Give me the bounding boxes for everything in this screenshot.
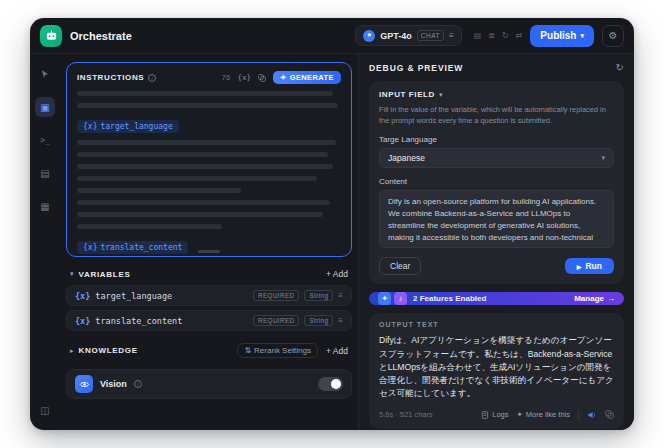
scroll-indicator[interactable] (198, 250, 220, 253)
manage-label: Manage (574, 294, 604, 303)
gear-icon: ⚙ (609, 30, 618, 41)
variable-row[interactable]: {x} translate_content REQUIRED String ≡ (66, 310, 352, 331)
refresh-icon[interactable]: ↻ (616, 62, 624, 73)
expand-icon[interactable]: ⇄ (516, 31, 523, 40)
variable-name: translate_content (95, 316, 182, 326)
skeleton-line (77, 200, 330, 205)
orchestrate-column: INSTRUCTIONS i 76 {x} ✦ GENERATE (60, 54, 358, 430)
variable-name: target_language (95, 291, 172, 301)
logs-icon (481, 411, 489, 419)
model-name: GPT-4o (380, 31, 412, 41)
toggle-knob (331, 379, 341, 389)
chevron-down-icon: ▾ (580, 32, 584, 40)
copy-icon[interactable] (258, 74, 266, 82)
skeleton-line (77, 176, 317, 181)
output-stats: 5.6s · 521 chars (379, 410, 433, 419)
content-textarea[interactable]: Dify is an open-source platform for buil… (379, 190, 614, 248)
knowledge-title: KNOWLEDGE (79, 346, 138, 355)
more-like-this-button[interactable]: ✦ More like this (517, 410, 570, 419)
input-field-description: Fill in the value of the variable, which… (379, 104, 614, 126)
page-title: Orchestrate (70, 30, 132, 42)
app-window: Orchestrate * GPT-4o CHAT ≡ ▤ ≣ ↻ ⇄ Publ… (30, 18, 634, 430)
variable-settings-icon[interactable]: ≡ (338, 291, 343, 300)
rerank-settings-button[interactable]: ⇅ Rerank Settings (237, 343, 318, 358)
annotation-icon[interactable]: ≣ (488, 31, 495, 40)
generate-label: GENERATE (290, 73, 334, 82)
char-count: 76 (222, 73, 231, 82)
rail-docs-icon[interactable]: ▦ (35, 196, 55, 216)
copy-output-icon[interactable] (605, 410, 614, 419)
logs-button[interactable]: Logs (481, 410, 508, 419)
info-icon: i (148, 74, 156, 82)
publish-button[interactable]: Publish ▾ (530, 25, 594, 47)
insert-variable-icon[interactable]: {x} (237, 73, 251, 82)
rail-collapse-panel-icon[interactable]: ◫ (35, 400, 55, 420)
chevron-down-icon: ▾ (439, 91, 443, 99)
variable-settings-icon[interactable]: ≡ (338, 316, 343, 325)
rerank-label: Rerank Settings (254, 346, 311, 355)
input-actions: Clear ▶ Run (379, 257, 614, 275)
chevron-down-icon: ▾ (601, 154, 605, 162)
variables-section-header[interactable]: ▾ VARIABLES + Add (66, 264, 352, 281)
rail-api-icon[interactable]: >_ (35, 130, 55, 150)
content-label: Content (379, 177, 614, 186)
features-enabled-text: 2 Features Enabled (413, 294, 486, 303)
divider (578, 410, 579, 420)
add-knowledge-button[interactable]: + Add (326, 346, 348, 356)
logs-label: Logs (492, 410, 508, 419)
model-selector[interactable]: * GPT-4o CHAT ≡ (355, 25, 461, 46)
rerank-icon: ⇅ (244, 346, 251, 355)
target-language-select[interactable]: Japanese ▾ (379, 148, 614, 168)
app-body: ▣ >_ ▤ ▦ ◫ INSTRUCTIONS i 76 {x} (30, 54, 634, 430)
rail-orchestrate-icon[interactable]: ▣ (35, 97, 55, 117)
vision-feature-row: Vision i (66, 369, 352, 399)
feature-tts-icon: ♪ (394, 292, 407, 305)
debug-header: DEBUG & PREVIEW ↻ (369, 62, 624, 73)
chevron-down-icon: ▾ (70, 270, 74, 278)
knowledge-section-header[interactable]: ▸ KNOWLEDGE ⇅ Rerank Settings + Add (66, 338, 352, 360)
skeleton-line (77, 188, 241, 193)
app-settings-button[interactable]: ⚙ (602, 25, 624, 47)
info-icon: i (134, 380, 142, 388)
features-enabled-bar: ✦ ♪ 2 Features Enabled Manage → (369, 292, 624, 305)
sparkle-icon: ✦ (517, 410, 523, 419)
rail-pointer-icon[interactable] (35, 64, 55, 84)
vision-toggle[interactable] (318, 377, 343, 391)
model-params-icon[interactable]: ≡ (449, 31, 454, 40)
publish-label: Publish (540, 30, 576, 41)
skeleton-line (77, 212, 323, 217)
variable-chip-target-language[interactable]: {x} target_language (77, 120, 179, 133)
variable-chip-translate-content[interactable]: {x} translate_content (77, 241, 188, 254)
vision-label: Vision (100, 379, 127, 389)
rail-logs-icon[interactable]: ▤ (35, 163, 55, 183)
skeleton-line (77, 152, 328, 157)
prompt-line: {x} target_language (77, 115, 341, 133)
history-icon[interactable]: ↻ (502, 31, 509, 40)
instructions-editor[interactable]: INSTRUCTIONS i 76 {x} ✦ GENERATE (66, 62, 352, 257)
input-field-title: INPUT FIELD (379, 90, 435, 99)
robot-icon (45, 29, 58, 42)
debug-title: DEBUG & PREVIEW (369, 63, 463, 73)
speaker-icon[interactable] (587, 410, 597, 420)
run-button[interactable]: ▶ Run (565, 258, 614, 274)
output-text: Difyは、AIアプリケーションを構築するためのオープンソースプラットフォームで… (379, 334, 614, 401)
chevron-right-icon: ▸ (70, 347, 74, 355)
more-like-this-label: More like this (526, 410, 570, 419)
variable-token-icon: {x} (83, 122, 97, 131)
debug-preview-panel: DEBUG & PREVIEW ↻ INPUT FIELD ▾ Fill in … (358, 54, 634, 430)
sparkle-icon: ✦ (280, 73, 287, 82)
skeleton-line (77, 91, 333, 96)
app-logo-icon[interactable] (40, 25, 62, 47)
clear-button[interactable]: Clear (379, 257, 421, 275)
page-background: Orchestrate * GPT-4o CHAT ≡ ▤ ≣ ↻ ⇄ Publ… (0, 0, 664, 448)
input-field-header[interactable]: INPUT FIELD ▾ (379, 90, 614, 99)
prompt-log-icon[interactable]: ▤ (474, 31, 482, 40)
variable-token-icon: {x} (75, 316, 90, 326)
manage-features-button[interactable]: Manage → (574, 294, 615, 303)
add-variable-button[interactable]: + Add (326, 269, 348, 279)
required-badge: REQUIRED (253, 290, 299, 301)
generate-button[interactable]: ✦ GENERATE (273, 71, 341, 84)
variable-row[interactable]: {x} target_language REQUIRED String ≡ (66, 285, 352, 306)
variables-title: VARIABLES (79, 270, 131, 279)
variable-token-icon: {x} (83, 243, 97, 252)
